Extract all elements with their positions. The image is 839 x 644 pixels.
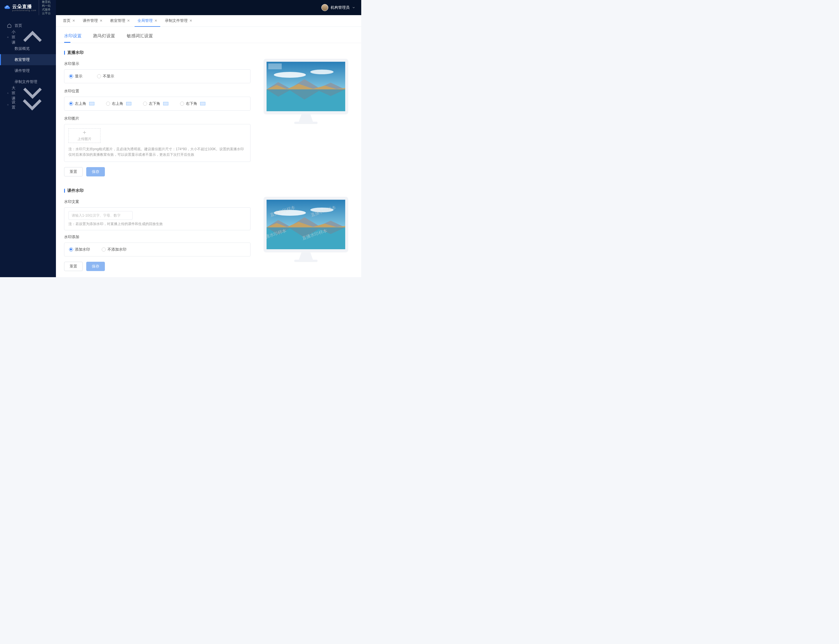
reset-button[interactable]: 重置 bbox=[64, 167, 83, 176]
users-icon bbox=[7, 35, 9, 39]
radio-pos-tl[interactable]: 左上角 bbox=[69, 101, 94, 106]
gear-icon bbox=[7, 102, 9, 107]
brand-sub: yunduoketang.com bbox=[12, 9, 36, 12]
preview-monitor-live bbox=[264, 59, 348, 124]
wm-text-note: 注：若设置为添加水印，对直播上传的课件和生成的回放生效 bbox=[68, 222, 246, 227]
label-image: 水印图片 bbox=[64, 116, 251, 121]
save-button-2[interactable]: 保存 bbox=[86, 262, 105, 271]
close-icon[interactable]: ✕ bbox=[127, 19, 130, 23]
nav-small-class[interactable]: 小班课 bbox=[0, 31, 56, 43]
radio-display-hide[interactable]: 不显示 bbox=[97, 74, 114, 79]
side-nav: 首页 小班课 数据概览 教室管理 课件管理 录制文件管理 大班课 设置 bbox=[0, 20, 56, 111]
svg-point-1 bbox=[8, 37, 8, 37]
chevron-down-icon bbox=[352, 6, 355, 9]
tab-home[interactable]: 首页✕ bbox=[60, 15, 78, 27]
tab-global[interactable]: 全局管理✕ bbox=[135, 15, 160, 27]
radio-pos-br[interactable]: 右下角 bbox=[180, 101, 205, 106]
nav-classroom-mgmt[interactable]: 教室管理 bbox=[0, 54, 56, 65]
inner-tab-marquee[interactable]: 跑马灯设置 bbox=[93, 33, 115, 43]
tab-recording[interactable]: 录制文件管理✕ bbox=[162, 15, 195, 27]
close-icon[interactable]: ✕ bbox=[100, 19, 102, 23]
svg-point-2 bbox=[8, 93, 8, 93]
nav-courseware-mgmt[interactable]: 课件管理 bbox=[0, 65, 56, 76]
radio-add-yes[interactable]: 添加水印 bbox=[69, 247, 90, 252]
inner-tabs: 水印设置 跑马灯设置 敏感词汇设置 bbox=[56, 27, 361, 43]
section-courseware-watermark-title: 课件水印 bbox=[64, 188, 251, 193]
user-menu[interactable]: 机构管理员 bbox=[321, 4, 355, 11]
avatar bbox=[321, 4, 328, 11]
close-icon[interactable]: ✕ bbox=[190, 19, 192, 23]
radio-pos-tr[interactable]: 右上角 bbox=[106, 101, 131, 106]
label-position: 水印位置 bbox=[64, 89, 251, 94]
watermark-sample-overlay bbox=[268, 64, 282, 69]
label-display: 水印显示 bbox=[64, 61, 251, 66]
radio-pos-bl[interactable]: 左下角 bbox=[143, 101, 168, 106]
label-wm-text: 水印文案 bbox=[64, 199, 251, 204]
tab-courseware[interactable]: 课件管理✕ bbox=[80, 15, 105, 27]
label-wm-add: 水印添加 bbox=[64, 234, 251, 240]
add-options: 添加水印 不添加水印 bbox=[64, 243, 251, 256]
sidebar: 云朵直播 yunduoketang.com 教育机构一站 式服务云平台 首页 小… bbox=[0, 0, 56, 277]
svg-point-3 bbox=[8, 105, 8, 105]
tab-classroom[interactable]: 教室管理✕ bbox=[107, 15, 133, 27]
position-options: 左上角 右上角 左下角 右下角 bbox=[64, 97, 251, 111]
close-icon[interactable]: ✕ bbox=[72, 19, 75, 23]
radio-display-show[interactable]: 显示 bbox=[69, 74, 82, 79]
preview-monitor-courseware: 直播水印样本 直播水印样本 直播水印样本 直播水印样本 bbox=[264, 197, 348, 262]
inner-tab-watermark[interactable]: 水印设置 bbox=[64, 33, 82, 43]
plus-icon bbox=[82, 130, 87, 136]
radio-add-no[interactable]: 不添加水印 bbox=[102, 247, 127, 252]
brand-desc: 教育机构一站 式服务云平台 bbox=[39, 0, 52, 15]
upload-button[interactable]: 上传图片 bbox=[68, 128, 101, 143]
upload-note: 注：水印只支持png格式图片，且必须为透明底。建议最佳图片尺寸：174*80，大… bbox=[68, 146, 246, 158]
chevron-down-icon bbox=[15, 88, 49, 122]
logo: 云朵直播 yunduoketang.com 教育机构一站 式服务云平台 bbox=[0, 0, 56, 15]
svg-point-0 bbox=[8, 37, 8, 37]
display-options: 显示 不显示 bbox=[64, 69, 251, 83]
inner-tab-sensitive[interactable]: 敏感词汇设置 bbox=[127, 33, 153, 43]
cloud-icon bbox=[4, 4, 10, 11]
save-button[interactable]: 保存 bbox=[86, 167, 105, 176]
group-icon bbox=[7, 91, 9, 95]
brand-name: 云朵直播 bbox=[12, 4, 32, 9]
reset-button-2[interactable]: 重置 bbox=[64, 262, 83, 271]
upload-area: 上传图片 注：水印只支持png格式图片，且必须为透明底。建议最佳图片尺寸：174… bbox=[64, 124, 251, 162]
user-name: 机构管理员 bbox=[331, 5, 349, 10]
svg-point-8 bbox=[310, 70, 333, 74]
topbar: 机构管理员 bbox=[56, 0, 361, 15]
watermark-text-input[interactable] bbox=[68, 211, 133, 220]
close-icon[interactable]: ✕ bbox=[154, 19, 157, 23]
svg-point-7 bbox=[274, 72, 306, 78]
nav-data-overview[interactable]: 数据概览 bbox=[0, 43, 56, 54]
section-live-watermark-title: 直播水印 bbox=[64, 50, 251, 55]
nav-settings[interactable]: 设置 bbox=[0, 99, 56, 111]
home-icon bbox=[7, 23, 12, 28]
page-tabs: 首页✕ 课件管理✕ 教室管理✕ 全局管理✕ 录制文件管理✕ bbox=[56, 15, 361, 27]
